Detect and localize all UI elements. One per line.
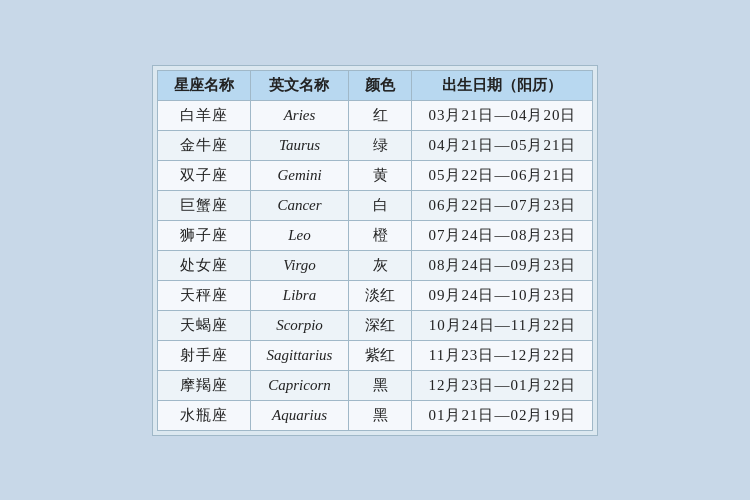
cell-r6-c0: 天秤座 [157,280,250,310]
cell-r7-c1: Scorpio [250,310,349,340]
cell-r9-c3: 12月23日—01月22日 [412,370,593,400]
cell-r3-c2: 白 [349,190,412,220]
cell-r7-c2: 深红 [349,310,412,340]
cell-r8-c3: 11月23日—12月22日 [412,340,593,370]
cell-r3-c0: 巨蟹座 [157,190,250,220]
table-row: 天秤座Libra淡红09月24日—10月23日 [157,280,593,310]
cell-r10-c1: Aquarius [250,400,349,430]
cell-r10-c2: 黑 [349,400,412,430]
header-color: 颜色 [349,70,412,100]
cell-r8-c1: Sagittarius [250,340,349,370]
header-chinese-name: 星座名称 [157,70,250,100]
table-row: 水瓶座Aquarius黑01月21日—02月19日 [157,400,593,430]
cell-r0-c2: 红 [349,100,412,130]
zodiac-table: 星座名称 英文名称 颜色 出生日期（阳历） 白羊座Aries红03月21日—04… [157,70,594,431]
table-row: 射手座Sagittarius紫红11月23日—12月22日 [157,340,593,370]
table-row: 巨蟹座Cancer白06月22日—07月23日 [157,190,593,220]
cell-r6-c2: 淡红 [349,280,412,310]
cell-r8-c2: 紫红 [349,340,412,370]
cell-r2-c0: 双子座 [157,160,250,190]
table-row: 处女座Virgo灰08月24日—09月23日 [157,250,593,280]
cell-r5-c0: 处女座 [157,250,250,280]
cell-r2-c2: 黄 [349,160,412,190]
cell-r1-c0: 金牛座 [157,130,250,160]
cell-r5-c1: Virgo [250,250,349,280]
cell-r5-c3: 08月24日—09月23日 [412,250,593,280]
table-row: 狮子座Leo橙07月24日—08月23日 [157,220,593,250]
table-row: 白羊座Aries红03月21日—04月20日 [157,100,593,130]
cell-r3-c1: Cancer [250,190,349,220]
table-header-row: 星座名称 英文名称 颜色 出生日期（阳历） [157,70,593,100]
header-english-name: 英文名称 [250,70,349,100]
cell-r3-c3: 06月22日—07月23日 [412,190,593,220]
table-row: 摩羯座Capricorn黑12月23日—01月22日 [157,370,593,400]
header-birthday: 出生日期（阳历） [412,70,593,100]
cell-r2-c3: 05月22日—06月21日 [412,160,593,190]
table-row: 天蝎座Scorpio深红10月24日—11月22日 [157,310,593,340]
cell-r9-c1: Capricorn [250,370,349,400]
cell-r9-c0: 摩羯座 [157,370,250,400]
table-row: 金牛座Taurus绿04月21日—05月21日 [157,130,593,160]
table-body: 白羊座Aries红03月21日—04月20日金牛座Taurus绿04月21日—0… [157,100,593,430]
cell-r0-c0: 白羊座 [157,100,250,130]
cell-r7-c0: 天蝎座 [157,310,250,340]
cell-r0-c1: Aries [250,100,349,130]
cell-r4-c2: 橙 [349,220,412,250]
zodiac-table-container: 星座名称 英文名称 颜色 出生日期（阳历） 白羊座Aries红03月21日—04… [152,65,599,436]
cell-r1-c1: Taurus [250,130,349,160]
cell-r4-c3: 07月24日—08月23日 [412,220,593,250]
cell-r7-c3: 10月24日—11月22日 [412,310,593,340]
cell-r1-c2: 绿 [349,130,412,160]
cell-r5-c2: 灰 [349,250,412,280]
cell-r4-c0: 狮子座 [157,220,250,250]
cell-r9-c2: 黑 [349,370,412,400]
cell-r6-c3: 09月24日—10月23日 [412,280,593,310]
cell-r0-c3: 03月21日—04月20日 [412,100,593,130]
cell-r4-c1: Leo [250,220,349,250]
cell-r10-c0: 水瓶座 [157,400,250,430]
cell-r10-c3: 01月21日—02月19日 [412,400,593,430]
table-row: 双子座Gemini黄05月22日—06月21日 [157,160,593,190]
cell-r6-c1: Libra [250,280,349,310]
cell-r2-c1: Gemini [250,160,349,190]
cell-r1-c3: 04月21日—05月21日 [412,130,593,160]
cell-r8-c0: 射手座 [157,340,250,370]
